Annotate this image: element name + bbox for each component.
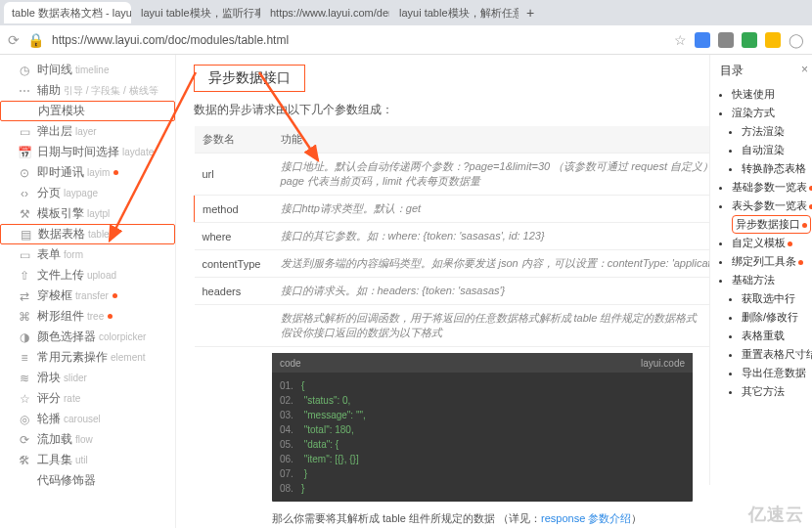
browser-tab[interactable]: layui table模块，监听行事件 - ...× (133, 2, 260, 23)
sidebar-label: 辅助 (37, 82, 61, 99)
close-icon[interactable]: × (801, 63, 808, 79)
toc-item[interactable]: 基础参数一览表 (732, 178, 808, 197)
param-name: contentType (195, 250, 273, 278)
section-desc: 数据的异步请求由以下几个参数组成： (194, 102, 794, 118)
sidebar-item[interactable]: ≡常用元素操作element (0, 347, 175, 368)
sidebar-label: 模板引擎 (37, 205, 84, 222)
sidebar-label: 文件上传 (37, 267, 84, 284)
sidebar-label: 滑块 (37, 370, 61, 386)
param-name (195, 305, 273, 347)
param-name: url (195, 154, 273, 196)
sidebar-label: 评分 (37, 390, 61, 407)
sidebar-item[interactable]: ⚒模板引擎laytpl (0, 203, 175, 224)
star-icon[interactable]: ☆ (674, 32, 687, 48)
sidebar-icon: ⋯ (18, 84, 31, 98)
sidebar-item[interactable]: ‹›分页laypage (0, 183, 175, 203)
toc-item[interactable]: 转换静态表格 (742, 159, 808, 178)
url-text[interactable]: https://www.layui.com/doc/modules/table.… (52, 33, 666, 47)
table-row: headers接口的请求头。如：headers: {token: 'sasasa… (195, 278, 794, 305)
param-name: method (195, 196, 273, 223)
sidebar-icon: ⊙ (18, 166, 31, 180)
sidebar-icon: ⇧ (18, 269, 31, 283)
toc-item[interactable]: 快速使用 (732, 85, 808, 104)
code-note: 那么你需要将其解析成 table 组件所规定的数据 （详见：response 参… (272, 511, 794, 526)
response-link[interactable]: response 参数介绍 (541, 512, 631, 524)
params-table: 参数名功能 url接口地址。默认会自动传递两个参数：?page=1&limit=… (194, 126, 794, 347)
extension-icon[interactable] (718, 32, 734, 48)
sidebar-item[interactable]: ▭表单form (0, 244, 175, 265)
sidebar-icon: ◑ (18, 330, 31, 344)
sidebar-item[interactable]: ≋滑块slider (0, 368, 175, 388)
toc-title: 目录 (720, 63, 744, 79)
table-row: where接口的其它参数。如：where: {token: 'sasasas',… (195, 223, 794, 250)
toc-item[interactable]: 获取选中行 (742, 289, 808, 308)
sidebar-item[interactable]: 内置模块 (0, 101, 175, 121)
new-dot-icon (108, 314, 113, 319)
sidebar-icon: ▤ (19, 228, 32, 242)
sidebar-item[interactable]: ◎轮播carousel (0, 409, 175, 429)
extension-icon[interactable] (742, 32, 757, 48)
watermark: 亿速云 (748, 503, 804, 526)
browser-tab[interactable]: https://www.layui.com/demo/t...× (262, 2, 389, 23)
sidebar-icon: ☆ (18, 392, 31, 406)
sidebar-item[interactable]: ⋯辅助引导 / 字段集 / 横线等 (0, 80, 175, 101)
toc-item[interactable]: 表格重载 (742, 327, 808, 345)
table-row: method接口http请求类型。默认：get (195, 196, 794, 223)
toc-item[interactable]: 绑定列工具条 (732, 252, 808, 271)
sidebar-item[interactable]: ⇄穿梭框transfer (0, 286, 175, 306)
sidebar-icon: ≋ (18, 372, 31, 385)
sidebar-icon: ⇄ (18, 289, 31, 303)
sidebar-icon: ⚒ (18, 207, 31, 221)
sidebar-icon: ⌘ (18, 310, 31, 324)
sidebar-label: 穿梭框 (37, 287, 72, 304)
sidebar-icon: ▭ (18, 125, 31, 139)
toc-item[interactable]: 自定义模板 (732, 234, 808, 252)
sidebar-item[interactable]: 📅日期与时间选择laydate (0, 142, 175, 162)
sidebar-label: 即时通讯 (37, 164, 84, 181)
sidebar-label: 分页 (37, 185, 61, 201)
sidebar-icon: ≡ (18, 351, 31, 365)
sidebar-item[interactable]: ⌘树形组件tree (0, 306, 175, 327)
toc-item[interactable]: 导出任意数据 (742, 364, 808, 382)
sidebar-item[interactable]: ⊙即时通讯layim (0, 162, 175, 183)
toc-item[interactable]: 异步数据接口 (732, 215, 811, 234)
section-heading: 异步数据接口 (194, 65, 305, 92)
sidebar-label: 颜色选择器 (37, 329, 96, 345)
profile-icon[interactable]: ◯ (789, 32, 804, 48)
sidebar-label: 表单 (37, 246, 61, 263)
sidebar-item[interactable]: ☆评分rate (0, 388, 175, 409)
toc-item[interactable]: 方法渲染 (742, 122, 808, 141)
sidebar-item[interactable]: ⟳流加载flow (0, 429, 175, 450)
toc-item[interactable]: 重置表格尺寸结构 (742, 345, 808, 364)
sidebar-item[interactable]: ◑颜色选择器colorpicker (0, 327, 175, 347)
toc-item[interactable]: 表头参数一览表 (732, 197, 808, 215)
sidebar-item[interactable]: ⇧文件上传upload (0, 265, 175, 286)
param-name: where (195, 223, 273, 250)
sidebar-item[interactable]: 🛠工具集util (0, 450, 175, 470)
sidebar-icon: 📅 (18, 146, 31, 159)
sidebar-label: 弹出层 (37, 123, 72, 140)
lock-icon: 🔒 (27, 32, 44, 48)
toc-item[interactable]: 基础方法 (732, 271, 808, 289)
toc-item[interactable]: 删除/修改行 (742, 308, 808, 327)
sidebar-item[interactable]: ▭弹出层layer (0, 121, 175, 142)
extension-icon[interactable] (695, 32, 710, 48)
param-name: headers (195, 278, 273, 305)
reload-icon[interactable]: ⟳ (8, 32, 20, 48)
toc-item[interactable]: 渲染方式 (732, 104, 808, 122)
sidebar-item[interactable]: 代码修饰器 (0, 470, 175, 491)
browser-addressbar: ⟳ 🔒 https://www.layui.com/doc/modules/ta… (0, 25, 812, 55)
toc-item[interactable]: 其它方法 (742, 382, 808, 401)
extension-icon[interactable] (765, 32, 781, 48)
browser-tab[interactable]: table 数据表格文档 - layui× (4, 2, 131, 23)
browser-tab[interactable]: layui table模块，解析任意数据...× (391, 2, 519, 23)
sidebar-icon: ◎ (18, 413, 31, 426)
sidebar-label: 代码修饰器 (37, 472, 96, 489)
sidebar-icon: ◷ (18, 64, 31, 77)
sidebar-label: 工具集 (37, 452, 72, 468)
sidebar-icon: ‹› (18, 187, 31, 200)
toc-item[interactable]: 自动渲染 (742, 141, 808, 159)
sidebar-item[interactable]: ▤数据表格table (0, 224, 175, 244)
new-tab-button[interactable]: + (520, 5, 540, 21)
sidebar-item[interactable]: ◷时间线timeline (0, 60, 175, 80)
